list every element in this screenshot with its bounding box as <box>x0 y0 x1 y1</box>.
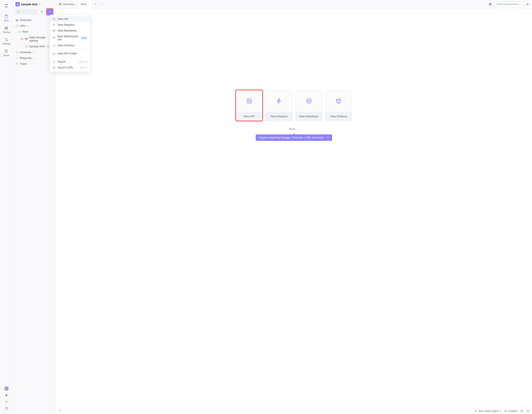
env-indicator[interactable] <box>488 2 492 6</box>
schema-icon <box>52 44 56 47</box>
more-link-label: More <box>289 127 295 130</box>
tab-add-button[interactable] <box>92 0 99 8</box>
more-link[interactable]: More ⌄ <box>289 127 299 130</box>
markdown-icon <box>52 29 56 32</box>
tree-root-label: Root <box>22 30 28 33</box>
tree: ▦ Overview APIs ▸ Root 🐶 Walk through Ap… <box>13 17 56 414</box>
svg-point-36 <box>522 411 522 411</box>
rail-settings-label: Settings <box>2 42 11 45</box>
rail-settings[interactable]: Settings <box>2 38 11 45</box>
tree-trash[interactable]: Trash <box>14 61 55 67</box>
dd-new-markdown[interactable]: New Markdown <box>50 28 90 33</box>
chevron-down-icon: ▼ <box>39 3 41 5</box>
dd-import-shortcut: Ctrl + O <box>79 60 87 63</box>
card-new-api[interactable]: New API <box>236 90 263 121</box>
card-new-markdown[interactable]: New Markdown <box>295 90 322 121</box>
dd-import-label: Import <box>58 60 66 63</box>
dd-new-api-label: New API <box>58 17 68 21</box>
sidebar: sample test ▼ ▦ Overview APIs ▸ <box>13 0 56 414</box>
help-icon[interactable] <box>5 407 8 410</box>
bell-icon[interactable] <box>5 394 8 397</box>
search-input[interactable] <box>15 9 38 15</box>
tree-trash-label: Trash <box>20 62 27 65</box>
user-avatar[interactable] <box>4 386 9 391</box>
svg-rect-4 <box>5 28 6 29</box>
grid-icon <box>59 3 62 6</box>
vault-button[interactable] <box>520 410 523 413</box>
agent-selector[interactable]: Auto-select Agent ⇅ <box>475 410 501 413</box>
import-icon <box>52 60 56 63</box>
tree-walk[interactable]: 🐶 Walk through Apidog <box>14 35 55 44</box>
dd-new-request[interactable]: New Request <box>50 22 90 28</box>
tab-new-label: New... <box>81 3 88 6</box>
dog-emoji: 🐶 <box>25 37 28 40</box>
api-icon <box>52 18 56 21</box>
svg-rect-17 <box>53 30 55 31</box>
tree-schemas[interactable]: Schemas ▸ <box>14 49 55 55</box>
rail-testing[interactable]: Testing <box>3 26 10 33</box>
rail-share-label: Share <box>3 54 10 57</box>
tabbar-right: Select environment <box>488 0 532 8</box>
svg-point-9 <box>6 402 7 402</box>
tree-requests[interactable]: Requests ▸ <box>14 55 55 61</box>
card-new-request-label: New Request <box>266 112 292 121</box>
chevron-right-icon: › <box>21 46 24 48</box>
schema-icon <box>15 51 19 54</box>
tab-new[interactable]: New... <box>78 0 92 8</box>
folder-icon <box>25 45 28 48</box>
info-button[interactable] <box>526 410 529 413</box>
environment-selector[interactable]: Select environment <box>494 1 523 7</box>
tree-apis[interactable]: APIs ▸ <box>14 23 55 29</box>
menu-button[interactable] <box>525 2 530 7</box>
svg-point-28 <box>475 410 475 410</box>
dd-new-folder[interactable]: New API Folder <box>50 51 90 56</box>
vault-icon <box>520 410 523 413</box>
tree-sample[interactable]: › Sample APIs (5) <box>14 44 55 49</box>
dd-import[interactable]: Import Ctrl + O <box>50 59 90 64</box>
svg-point-29 <box>476 410 477 410</box>
app-logo[interactable] <box>3 2 10 9</box>
add-button[interactable] <box>47 9 53 15</box>
filter-button[interactable] <box>39 9 45 15</box>
project-selector[interactable]: sample test ▼ <box>13 0 56 8</box>
folder-icon <box>18 30 21 33</box>
svg-point-30 <box>475 411 476 412</box>
folder-plus-icon <box>52 52 56 55</box>
svg-rect-14 <box>16 25 18 27</box>
tree-root[interactable]: Root <box>14 29 55 35</box>
close-icon[interactable]: ✕ <box>327 136 329 139</box>
svg-rect-2 <box>5 27 6 28</box>
tree-apis-label: APIs <box>20 24 26 28</box>
rail-share[interactable]: Share <box>3 49 10 57</box>
dd-import-curl-label: Import cURL <box>58 66 73 69</box>
svg-point-31 <box>504 410 507 412</box>
svg-point-13 <box>17 11 19 13</box>
svg-rect-21 <box>59 4 60 5</box>
trash-icon <box>15 62 19 65</box>
cookies-label: Cookies <box>508 410 517 413</box>
rail-apis[interactable]: APIs <box>4 15 9 22</box>
card-new-request[interactable]: New Request <box>266 90 292 121</box>
card-new-api-icon <box>236 90 262 112</box>
card-new-schema-label: New Schema <box>325 112 352 121</box>
chevron-right-icon: ▸ <box>34 57 35 59</box>
rail-apis-label: APIs <box>4 19 9 22</box>
dd-new-schema[interactable]: New Schema <box>50 42 90 48</box>
cookies-button[interactable]: Cookies <box>504 410 517 413</box>
tab-overview[interactable]: Overview <box>56 0 78 8</box>
svg-rect-3 <box>7 27 8 28</box>
gear-icon[interactable] <box>5 400 8 404</box>
dd-new-websocket[interactable]: New WebSocket API Beta <box>50 33 90 42</box>
svg-rect-20 <box>60 3 61 4</box>
tab-more-button[interactable]: ⋯ <box>99 0 106 8</box>
import-hint-text: Support importing Swagger, Postman, cURL… <box>259 136 324 139</box>
tree-overview[interactable]: ▦ Overview <box>14 17 55 23</box>
svg-point-12 <box>18 4 19 4</box>
lightning-icon <box>52 23 56 26</box>
import-hint-banner: Support importing Swagger, Postman, cURL… <box>256 134 332 141</box>
dd-import-curl[interactable]: Import cURL Ctrl + I <box>50 64 90 70</box>
collapse-sidebar-button[interactable] <box>58 409 61 413</box>
dd-new-api[interactable]: New API <box>50 16 90 22</box>
card-new-schema[interactable]: New Schema <box>325 90 352 121</box>
status-bar: Auto-select Agent ⇅ Cookies <box>56 408 532 414</box>
